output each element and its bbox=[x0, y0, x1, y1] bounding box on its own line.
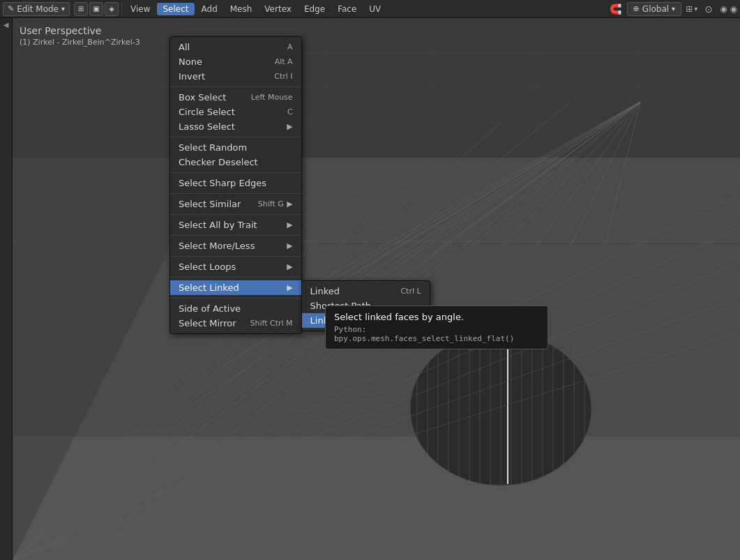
menu-item-select-more/less[interactable]: Select More/Less▶ bbox=[170, 239, 301, 253]
menu-item-container: Select Sharp Edges bbox=[170, 176, 301, 190]
submenu-arrow-icon: ▶ bbox=[287, 262, 292, 271]
menu-item-shortcut: Shift Ctrl M bbox=[250, 319, 293, 328]
menu-item-checker-deselect[interactable]: Checker Deselect bbox=[170, 155, 301, 169]
menu-item-invert[interactable]: InvertCtrl I bbox=[170, 69, 301, 84]
menu-separator bbox=[170, 137, 301, 137]
mode-icon: ✎ bbox=[8, 4, 14, 13]
menu-item-container: InvertCtrl I bbox=[170, 69, 301, 84]
global-selector[interactable]: ⊕ Global ▾ bbox=[627, 2, 682, 16]
toolbar-icon-3[interactable]: ◈ bbox=[105, 2, 119, 16]
menu-item-side-of-active[interactable]: Side of Active bbox=[170, 301, 301, 316]
menu-item-container: NoneAlt A bbox=[170, 54, 301, 69]
menu-item-select-loops[interactable]: Select Loops▶ bbox=[170, 259, 301, 274]
menu-item-container: Lasso Select▶ bbox=[170, 119, 301, 134]
transform-icon[interactable]: ⊞ ▾ bbox=[686, 4, 697, 14]
menu-item-label: Select Linked bbox=[179, 282, 239, 293]
extra-icon[interactable]: ◉ ◉ bbox=[720, 4, 737, 14]
mode-selector[interactable]: ✎ Edit Mode ▾ bbox=[3, 2, 70, 16]
menu-item-container: Select All by Trait▶ bbox=[170, 218, 301, 232]
submenu-arrow-icon: ▶ bbox=[287, 122, 292, 131]
menu-item-label: Invert bbox=[179, 71, 205, 82]
submenu-arrow-icon: ▶ bbox=[287, 199, 292, 209]
object-label: (1) Zirkel - Zirkel_Bein^Zirkel-3 bbox=[20, 38, 140, 47]
toolbar-icon-2[interactable]: ▣ bbox=[89, 2, 103, 16]
menu-item-label: Select Loops bbox=[179, 262, 236, 272]
menu-item-container: Select SimilarShift G▶ bbox=[170, 197, 301, 211]
menu-item-shortcut: A bbox=[287, 43, 293, 52]
submenu-arrow-icon: ▶ bbox=[287, 241, 292, 250]
menu-item-shortcut: Ctrl I bbox=[274, 72, 292, 81]
menu-separator bbox=[170, 298, 301, 298]
left-panel: ◀ bbox=[0, 18, 13, 560]
menu-item-container: Select Linked▶LinkedCtrl LShortest PathL… bbox=[170, 280, 301, 295]
menu-item-label: Select Similar bbox=[179, 199, 241, 209]
menu-item-lasso-select[interactable]: Lasso Select▶ bbox=[170, 119, 301, 134]
tooltip-code: Python: bpy.ops.mesh.faces_select_linked… bbox=[334, 325, 539, 343]
view-menu[interactable]: View bbox=[125, 3, 156, 15]
global-dropdown-icon: ▾ bbox=[672, 5, 675, 13]
menu-item-label: Select More/Less bbox=[179, 241, 255, 251]
uv-menu[interactable]: UV bbox=[363, 3, 386, 15]
menu-separator bbox=[170, 277, 301, 278]
top-bar: ✎ Edit Mode ▾ ⊞ ▣ ◈ View Select Add Mesh… bbox=[0, 0, 740, 18]
select-dropdown: AllANoneAlt AInvertCtrl IBox SelectLeft … bbox=[169, 36, 302, 334]
menu-item-container: Select Loops▶ bbox=[170, 259, 301, 274]
menu-item-label: Checker Deselect bbox=[179, 157, 258, 167]
mode-dropdown-icon: ▾ bbox=[61, 5, 65, 13]
mode-label: Edit Mode bbox=[17, 4, 59, 14]
perspective-label: User Perspective bbox=[20, 25, 140, 36]
face-menu[interactable]: Face bbox=[332, 3, 362, 15]
global-icon: ⊕ bbox=[633, 4, 640, 13]
menu-separator bbox=[170, 256, 301, 257]
menu-item-container: Select Random bbox=[170, 140, 301, 155]
menu-item-select-sharp-edges[interactable]: Select Sharp Edges bbox=[170, 176, 301, 190]
menu-item-container: AllA bbox=[170, 40, 301, 54]
tooltip-box: Select linked faces by angle. Python: bp… bbox=[325, 305, 548, 349]
menu-item-select-mirror[interactable]: Select MirrorShift Ctrl M bbox=[170, 316, 301, 331]
mesh-menu[interactable]: Mesh bbox=[225, 3, 258, 15]
menu-item-label: Select Random bbox=[179, 142, 247, 153]
snap-icon[interactable]: 🧲 bbox=[609, 2, 623, 16]
menu-separator bbox=[170, 214, 301, 215]
menu-item-none[interactable]: NoneAlt A bbox=[170, 54, 301, 69]
menu-separator bbox=[170, 235, 301, 236]
global-label: Global bbox=[642, 4, 669, 14]
edge-menu[interactable]: Edge bbox=[299, 3, 331, 15]
menu-separator bbox=[170, 193, 301, 194]
submenu-arrow-icon: ▶ bbox=[287, 283, 292, 292]
menu-item-shortcut: C bbox=[287, 107, 293, 116]
select-menu-button[interactable]: Select bbox=[157, 3, 194, 15]
menu-item-container: Select More/Less▶ bbox=[170, 239, 301, 253]
menu-item-select-linked[interactable]: Select Linked▶ bbox=[170, 280, 301, 295]
menu-item-circle-select[interactable]: Circle SelectC bbox=[170, 105, 301, 119]
menu-item-label: Select Sharp Edges bbox=[179, 178, 266, 188]
menu-item-all[interactable]: AllA bbox=[170, 40, 301, 54]
vertex-menu[interactable]: Vertex bbox=[259, 3, 297, 15]
top-right-controls: 🧲 ⊕ Global ▾ ⊞ ▾ ⊙ ◉ ◉ bbox=[609, 2, 737, 16]
menu-item-select-random[interactable]: Select Random bbox=[170, 140, 301, 155]
menu-item-label: Box Select bbox=[179, 92, 226, 103]
menu-item-container: Circle SelectC bbox=[170, 105, 301, 119]
menu-item-container: Box SelectLeft Mouse bbox=[170, 90, 301, 105]
menu-item-label: Select All by Trait bbox=[179, 220, 257, 230]
menu-item-container: Checker Deselect bbox=[170, 155, 301, 169]
submenu-item-linked[interactable]: LinkedCtrl L bbox=[302, 284, 430, 298]
menu-item-select-all-by-trait[interactable]: Select All by Trait▶ bbox=[170, 218, 301, 232]
menu-item-container: Side of Active bbox=[170, 301, 301, 316]
menu-item-box-select[interactable]: Box SelectLeft Mouse bbox=[170, 90, 301, 105]
viewport: User Perspective (1) Zirkel - Zirkel_Bei… bbox=[13, 18, 740, 560]
menu-item-label: All bbox=[179, 42, 190, 52]
options-icon[interactable]: ⊙ bbox=[702, 2, 716, 16]
add-menu[interactable]: Add bbox=[196, 3, 223, 15]
submenu-arrow-icon: ▶ bbox=[287, 220, 292, 229]
menu-item-container: Select MirrorShift Ctrl M bbox=[170, 316, 301, 331]
viewport-label: User Perspective (1) Zirkel - Zirkel_Bei… bbox=[20, 25, 140, 47]
menu-item-select-similar[interactable]: Select SimilarShift G▶ bbox=[170, 197, 301, 211]
left-panel-icon: ◀ bbox=[3, 21, 9, 29]
menu-item-label: Circle Select bbox=[179, 107, 235, 117]
tooltip-title: Select linked faces by angle. bbox=[334, 312, 539, 322]
menu-item-shortcut: Left Mouse bbox=[251, 93, 293, 102]
menu-separator bbox=[170, 172, 301, 173]
submenu-item-label: Linked bbox=[310, 286, 340, 296]
toolbar-icon-1[interactable]: ⊞ bbox=[74, 2, 88, 16]
